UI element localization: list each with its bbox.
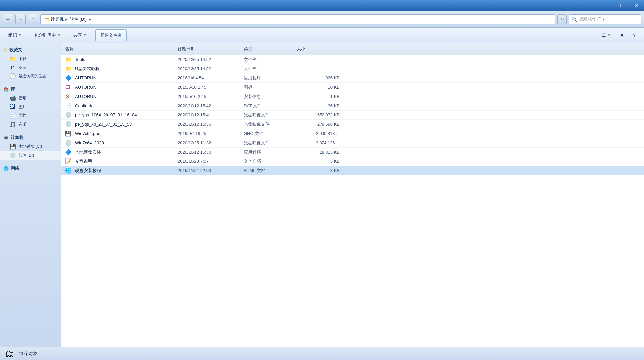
favorites-star-icon: ★ <box>3 48 7 53</box>
libraries-section: 📚 库 📹 视频 🖼 图片 📄 文档 🎵 音乐 <box>0 85 61 129</box>
help-button[interactable]: ? <box>629 29 640 41</box>
sidebar-item-local-c[interactable]: 💾 本地磁盘 (C:) <box>0 142 61 151</box>
back-button[interactable]: ← <box>3 14 13 24</box>
table-row[interactable]: 🌐 硬盘安装教程 2016/11/21 22:03 HTML 文档 3 KB <box>61 166 644 175</box>
col-name-label: 名称 <box>65 46 74 52</box>
status-icon: 🗂 <box>5 348 15 359</box>
sidebar-item-desktop[interactable]: 🖥 桌面 <box>0 63 61 72</box>
table-row[interactable]: 🖼 AUTORUN 2015/5/10 2:45 图标 10 KB <box>61 83 644 92</box>
sidebar-item-recent[interactable]: 🕐 最近访问的位置 <box>0 72 61 81</box>
recent-label: 最近访问的位置 <box>19 73 46 79</box>
file-name-cell: 💿 pe_yqs_xp_20_07_31_15_53 <box>65 121 178 127</box>
sidebar-item-documents[interactable]: 📄 文档 <box>0 111 61 120</box>
file-name: pe_yqs_1064_20_07_31_16_04 <box>75 112 137 117</box>
forward-button[interactable]: → <box>15 14 26 24</box>
close-button[interactable]: ✕ <box>629 0 644 11</box>
file-type-icon: 🖼 <box>65 84 72 90</box>
software-d-label: 软件 (D:) <box>19 153 34 158</box>
new-folder-button[interactable]: 新建文件夹 <box>95 29 127 41</box>
file-date: 2020/10/12 15:41 <box>178 112 244 117</box>
file-name-cell: ⚙ AUTORUN <box>65 93 178 100</box>
file-name: Win7x64_2020 <box>75 140 104 145</box>
file-type-icon: 💿 <box>65 112 72 118</box>
file-name: Tools <box>75 57 85 62</box>
col-date-label: 修改日期 <box>178 46 195 52</box>
sidebar-item-video[interactable]: 📹 视频 <box>0 94 61 103</box>
file-type-icon: ⚙ <box>65 93 72 100</box>
sidebar-item-software-d[interactable]: 💿 软件 (D:) <box>0 151 61 160</box>
refresh-button[interactable]: ↻ <box>557 14 567 24</box>
table-row[interactable]: ⚙ AUTORUN 2015/5/10 2:45 安装信息 1 KB <box>61 92 644 101</box>
organize-button[interactable]: 组织 ▼ <box>4 29 26 41</box>
table-row[interactable]: 📁 U盘安装教程 2020/12/25 14:52 文件夹 <box>61 64 644 73</box>
file-date: 2019/9/7 19:25 <box>178 131 244 136</box>
file-type-icon: 💾 <box>65 130 72 137</box>
recent-icon: 🕐 <box>9 73 16 79</box>
table-row[interactable]: 🔷 本地硬盘安装 2020/10/12 15:30 应用程序 28,315 KB <box>61 148 644 157</box>
libraries-header[interactable]: 📚 库 <box>0 85 61 94</box>
col-date-header[interactable]: 修改日期 <box>178 46 244 52</box>
table-row[interactable]: 💾 Win7x64.gho 2019/9/7 19:25 GHO 文件 2,90… <box>61 129 644 138</box>
sidebar-item-pictures[interactable]: 🖼 图片 <box>0 103 61 111</box>
include-button[interactable]: 包含到库中 ▼ <box>30 29 65 41</box>
table-row[interactable]: 💿 pe_yqs_1064_20_07_31_16_04 2020/10/12 … <box>61 111 644 120</box>
network-header[interactable]: 🌐 网络 <box>0 164 61 173</box>
up-button[interactable]: ↑ <box>28 14 38 24</box>
favorites-header[interactable]: ★ 收藏夹 <box>0 46 61 54</box>
address-bar: ← → ↑ 🖥 计算机 ► 软件 (D:) ► ↻ 🔍 搜索 软件 (D:) <box>0 11 644 28</box>
toolbar-sep-3 <box>93 31 93 40</box>
preview-pane-button[interactable]: ■ <box>616 29 627 41</box>
file-name: AUTORUN <box>75 94 96 99</box>
new-folder-label: 新建文件夹 <box>100 32 122 38</box>
share-button[interactable]: 共享 ▼ <box>69 29 91 41</box>
file-date: 2020/10/12 15:42 <box>178 103 244 108</box>
breadcrumb-computer[interactable]: 计算机 <box>51 16 64 22</box>
sidebar-item-downloads[interactable]: 📁 下载 <box>0 54 61 63</box>
file-date: 2016/10/23 7:07 <box>178 159 244 164</box>
sidebar: ★ 收藏夹 📁 下载 🖥 桌面 🕐 最近访问的位置 📚 库 <box>0 43 61 347</box>
file-area: 名称 修改日期 类型 大小 📁 Tools 2020/12/25 14:52 文… <box>61 43 644 347</box>
table-row[interactable]: 💿 pe_yqs_xp_20_07_31_15_53 2020/10/12 15… <box>61 120 644 129</box>
breadcrumb-software-d[interactable]: 软件 (D:) <box>70 16 87 22</box>
favorites-label: 收藏夹 <box>9 47 22 53</box>
view-button[interactable]: ☰ ▼ <box>598 29 615 41</box>
col-name-header[interactable]: 名称 <box>65 46 178 52</box>
table-row[interactable]: 📝 光盘说明 2016/10/23 7:07 文本文档 5 KB <box>61 157 644 166</box>
file-name-cell: 📝 光盘说明 <box>65 158 178 164</box>
table-row[interactable]: 📄 Config.dat 2020/10/12 15:42 DAT 文件 36 … <box>61 101 644 111</box>
file-type-icon: 🔷 <box>65 75 72 81</box>
documents-icon: 📄 <box>9 112 16 119</box>
minimize-button[interactable]: — <box>599 0 614 11</box>
include-label: 包含到库中 <box>34 32 56 38</box>
view-buttons: ☰ ▼ ■ ? <box>598 29 640 41</box>
help-icon: ? <box>633 33 636 38</box>
documents-label: 文档 <box>19 113 26 118</box>
file-name: 本地硬盘安装 <box>75 149 101 155</box>
col-type-header[interactable]: 类型 <box>244 46 297 52</box>
libraries-label: 库 <box>11 86 15 92</box>
main-layout: ★ 收藏夹 📁 下载 🖥 桌面 🕐 最近访问的位置 📚 库 <box>0 43 644 347</box>
local-c-label: 本地磁盘 (C:) <box>19 144 42 149</box>
search-bar[interactable]: 🔍 搜索 软件 (D:) <box>569 14 641 24</box>
file-name-cell: 🔷 AUTORUN <box>65 75 178 81</box>
sidebar-div-1 <box>3 83 58 83</box>
table-row[interactable]: 📁 Tools 2020/12/25 14:52 文件夹 <box>61 55 644 64</box>
breadcrumb-sep-1: ► <box>65 17 68 21</box>
file-date: 2015/5/10 2:45 <box>178 94 244 99</box>
sidebar-item-music[interactable]: 🎵 音乐 <box>0 120 61 129</box>
file-size: 28,315 KB <box>297 150 340 155</box>
table-row[interactable]: 🔷 AUTORUN 2016/1/8 4:54 应用程序 1,926 KB <box>61 73 644 83</box>
toolbar-sep-1 <box>28 31 28 40</box>
table-row[interactable]: 💿 Win7x64_2020 2020/12/25 11:32 光盘映像文件 3… <box>61 138 644 148</box>
file-type-icon: 💿 <box>65 140 72 146</box>
file-name-cell: 💾 Win7x64.gho <box>65 130 178 137</box>
file-name-cell: 📁 U盘安装教程 <box>65 66 178 72</box>
file-type: 应用程序 <box>244 75 297 81</box>
col-size-header[interactable]: 大小 <box>297 46 340 52</box>
computer-header[interactable]: 💻 计算机 <box>0 133 61 142</box>
maximize-button[interactable]: □ <box>614 0 629 11</box>
pictures-icon: 🖼 <box>9 104 16 110</box>
search-placeholder: 搜索 软件 (D:) <box>579 16 604 22</box>
file-list-body: 📁 Tools 2020/12/25 14:52 文件夹 📁 U盘安装教程 20… <box>61 55 644 347</box>
file-date: 2016/11/21 22:03 <box>178 168 244 173</box>
